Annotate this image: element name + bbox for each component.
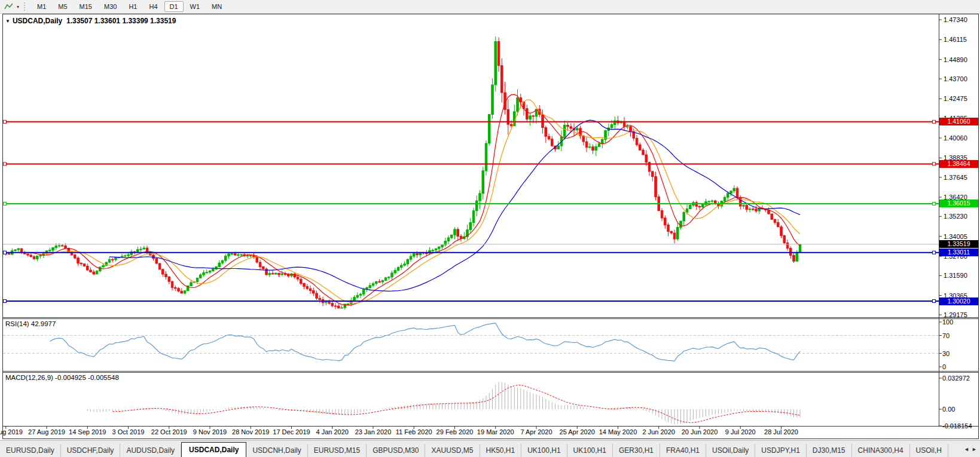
hline-price-tag[interactable]: 1.38464 bbox=[939, 160, 978, 168]
timeframe-button-w1[interactable]: W1 bbox=[185, 1, 206, 12]
hline-price-tag[interactable]: 1.30020 bbox=[939, 297, 978, 305]
price-axis-tick: 1.43700 bbox=[944, 75, 967, 82]
tab-eurusd-daily[interactable]: EURUSD,Daily bbox=[0, 444, 61, 457]
hline-price-tag[interactable]: 1.41060 bbox=[939, 118, 978, 125]
price-axis-tick: 1.47340 bbox=[944, 16, 967, 23]
timeframe-buttons: M1M5M15M30H1H4D1W1MN bbox=[31, 1, 228, 12]
price-axis-tick: 1.44890 bbox=[944, 56, 967, 63]
tab-audusd-daily[interactable]: AUDUSD,Daily bbox=[120, 444, 181, 457]
tab-xauusd-m5[interactable]: XAUUSD,M5 bbox=[425, 444, 480, 457]
timeframe-toolbar: ▾ M1M5M15M30H1H4D1W1MN bbox=[0, 0, 980, 14]
timeframe-button-mn[interactable]: MN bbox=[206, 1, 227, 12]
timeframe-button-m15[interactable]: M15 bbox=[74, 1, 97, 12]
chart-window: ▼USDCAD,Daily 1.33507 1.33601 1.33399 1.… bbox=[0, 14, 980, 440]
macd-axis-tick: 0.032972 bbox=[942, 375, 970, 382]
chart-symbol-label: USDCAD,Daily bbox=[13, 17, 62, 25]
macd-axis-tick: -0.018154 bbox=[942, 422, 972, 430]
collapse-icon[interactable]: ▼ bbox=[5, 19, 10, 24]
price-axis-tick: 1.35230 bbox=[944, 213, 967, 220]
hline-price-tag[interactable]: 1.33011 bbox=[939, 249, 978, 256]
tab-usoil-daily[interactable]: USOil,Daily bbox=[706, 444, 755, 457]
tab-china300-h4[interactable]: CHINA300,H4 bbox=[852, 444, 910, 457]
timeframe-button-d1[interactable]: D1 bbox=[164, 1, 184, 12]
price-axis-tick: 1.34005 bbox=[944, 233, 967, 240]
tab-usdchf-daily[interactable]: USDCHF,Daily bbox=[61, 444, 121, 457]
chart-canvas[interactable] bbox=[0, 14, 980, 440]
macd-axis-tick: 0.00 bbox=[942, 406, 955, 413]
timeframe-button-m5[interactable]: M5 bbox=[53, 1, 72, 12]
price-axis-tick: 1.40060 bbox=[944, 134, 967, 142]
rsi-axis-tick: 0 bbox=[942, 363, 946, 370]
rsi-axis-tick: 70 bbox=[942, 332, 950, 339]
tab-usdcad-daily[interactable]: USDCAD,Daily bbox=[181, 442, 246, 457]
tab-gbpusd-m30[interactable]: GBPUSD,M30 bbox=[367, 444, 425, 457]
tab-scroll-right-icon[interactable]: ► bbox=[972, 446, 977, 452]
dropdown-caret-icon[interactable]: ▾ bbox=[17, 4, 19, 10]
rsi-label: RSI(14) 42.9977 bbox=[5, 320, 56, 327]
tab-hk50-h1[interactable]: HK50,H1 bbox=[480, 444, 522, 457]
tab-eurusd-m15[interactable]: EURUSD,M15 bbox=[308, 444, 367, 457]
zigzag-icon bbox=[4, 2, 16, 11]
tab-fra40-h1[interactable]: FRA40,H1 bbox=[660, 444, 706, 457]
chart-ohlc-values: 1.33507 1.33601 1.33399 1.33519 bbox=[66, 17, 176, 25]
price-axis-tick: 1.29175 bbox=[944, 311, 967, 318]
chart-tabs: EURUSD,DailyUSDCHF,DailyAUDUSD,DailyUSDC… bbox=[0, 441, 957, 457]
timeframe-button-m1[interactable]: M1 bbox=[32, 1, 51, 12]
tab-ger30-h1[interactable]: GER30,H1 bbox=[613, 444, 660, 457]
price-axis-tick: 1.42475 bbox=[944, 95, 967, 102]
rsi-axis-tick: 30 bbox=[942, 350, 950, 357]
tab-uk100-h1[interactable]: UK100,H1 bbox=[521, 444, 567, 457]
price-axis-tick: 1.31590 bbox=[944, 272, 967, 279]
tab-usoil-h[interactable]: USOil,H bbox=[910, 444, 948, 457]
macd-label: MACD(12,26,9) -0.004925 -0.005548 bbox=[5, 374, 119, 381]
toolbar-grip bbox=[24, 2, 28, 11]
indicator-tool-icon[interactable]: ▾ bbox=[0, 2, 23, 11]
tab-uk100-h1[interactable]: UK100,H1 bbox=[567, 444, 613, 457]
trading-terminal: ▾ M1M5M15M30H1H4D1W1MN ▼USDCAD,Daily 1.3… bbox=[0, 0, 980, 457]
hline-price-tag[interactable]: 1.36015 bbox=[939, 200, 978, 207]
price-axis-tick: 1.37645 bbox=[944, 174, 967, 181]
tab-usdcnh-daily[interactable]: USDCNH,Daily bbox=[246, 444, 307, 457]
rsi-axis-tick: 100 bbox=[942, 318, 953, 326]
chart-title: ▼USDCAD,Daily 1.33507 1.33601 1.33399 1.… bbox=[5, 17, 176, 25]
timeframe-button-m30[interactable]: M30 bbox=[99, 1, 122, 12]
tab-dj30-m15[interactable]: DJ30,M15 bbox=[807, 444, 852, 457]
date-axis-label: 28 Jul 2020 bbox=[758, 428, 805, 435]
timeframe-button-h1[interactable]: H1 bbox=[123, 1, 142, 12]
price-axis-tick: 1.46115 bbox=[944, 36, 967, 43]
chart-tab-bar: EURUSD,DailyUSDCHF,DailyAUDUSD,DailyUSDC… bbox=[0, 440, 980, 457]
tab-usdjpy-h1[interactable]: USDJPY,H1 bbox=[755, 444, 806, 457]
tab-scroll-left-icon[interactable]: ◄ bbox=[964, 446, 969, 452]
timeframe-button-h4[interactable]: H4 bbox=[144, 1, 163, 12]
current-price-tag: 1.33519 bbox=[939, 240, 978, 248]
